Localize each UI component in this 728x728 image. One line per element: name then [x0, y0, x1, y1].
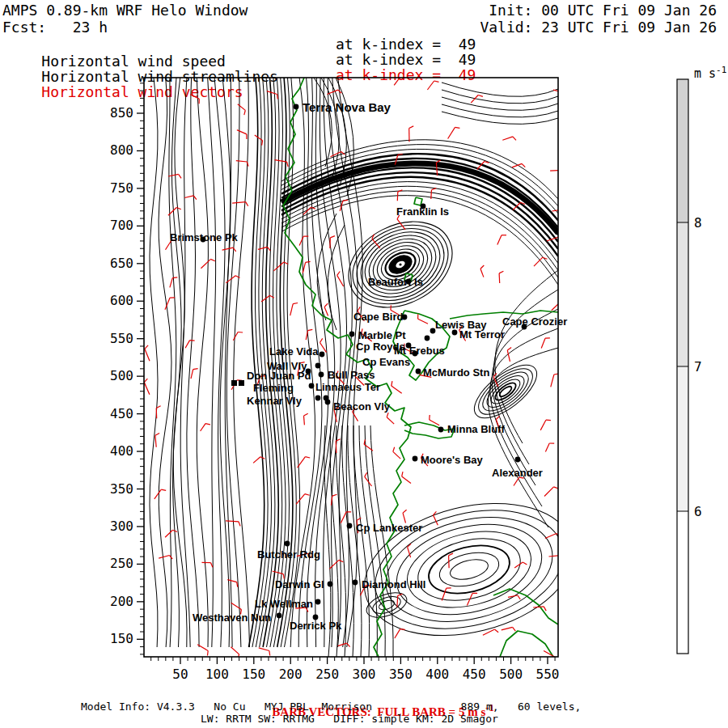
y-tick-label: 800 [110, 142, 133, 158]
y-tick-label: 150 [110, 631, 133, 646]
colorbar-tick-label: 7 [694, 359, 702, 375]
station-dot [347, 523, 353, 529]
y-tick-label: 600 [110, 293, 133, 308]
station-dot [294, 104, 299, 110]
station-dot [315, 599, 321, 605]
x-tick-label: 150 [242, 667, 265, 682]
station-label: Kennar Vly [247, 395, 303, 407]
legend-k-index: at k-index = 49 [336, 36, 476, 53]
station-label: Alexander [492, 467, 543, 479]
station-label: Mt Terror [459, 328, 505, 341]
station-label: Don Juan Pd [247, 370, 311, 382]
page-title: AMPS 0.89-km WRF Helo Window [2, 2, 248, 19]
init-time-label: Init: 00 UTC Fri 09 Jan 26 [489, 2, 717, 19]
station-label: Franklin Is [396, 205, 449, 218]
station-label: Minna Bluff [447, 423, 505, 435]
y-tick-label: 400 [110, 443, 133, 459]
station-label: Terra Nova Bay [303, 100, 392, 114]
colorbar: 876m s-1 [671, 66, 728, 665]
y-tick-label: 700 [110, 218, 133, 233]
x-tick-label: 450 [463, 667, 486, 682]
station-label: Derrick Pk [290, 620, 342, 632]
colorbar-tick-label: 8 [694, 215, 702, 231]
valid-time-label: Valid: 23 UTC Fri 09 Jan 26 [480, 19, 717, 36]
station-square [231, 380, 237, 386]
station-label: Cp Evans [362, 356, 410, 368]
station-dot [438, 427, 444, 433]
station-dot [315, 363, 321, 369]
x-tick-label: 350 [389, 667, 413, 682]
station-dot [325, 400, 331, 405]
station-label: Diamond Hill [362, 578, 425, 590]
x-tick-label: 550 [536, 667, 560, 682]
colorbar-segment [677, 222, 688, 366]
amps-forecast-plot: AMPS 0.89-km WRF Helo Window Fcst: 23 h … [0, 0, 728, 728]
station-dot [413, 351, 418, 357]
y-tick-label: 850 [110, 105, 133, 121]
station-label: Cape Crozier [502, 315, 567, 328]
station-label: Bull Pass [328, 369, 375, 381]
legend-k-index: at k-index = 49 [336, 51, 476, 68]
station-label: Westhaven Nun [193, 612, 271, 624]
station-dot [328, 582, 333, 587]
x-tick-label: 50 [172, 667, 188, 682]
station-label: Lake Vida [269, 345, 319, 358]
forecast-hour-label: Fcst: 23 h [2, 19, 108, 36]
y-tick-label: 750 [110, 180, 133, 196]
station-dot [452, 330, 458, 336]
x-tick-label: 250 [315, 667, 339, 682]
station-dot [515, 457, 521, 463]
station-label: Beaufort Is [368, 276, 423, 288]
station-label: Moore's Bay [421, 454, 484, 466]
station-dot [349, 332, 355, 337]
station-dot [319, 372, 324, 378]
station-label: Cape Bird [353, 311, 403, 323]
station-label: Butcher Rdg [257, 548, 320, 561]
colorbar-segment [677, 79, 688, 222]
station-dot [320, 352, 325, 358]
station-label: Darwin Gl [275, 578, 324, 590]
station-dot [277, 613, 282, 619]
colorbar-segment [677, 511, 688, 654]
model-info-line1: Model Info: V4.3.3 No Cu MYJ PBL Morriso… [81, 700, 581, 713]
station-dot [309, 383, 315, 389]
x-tick-label: 100 [205, 667, 229, 682]
y-tick-label: 300 [110, 518, 133, 534]
y-tick-label: 200 [110, 594, 133, 609]
model-info-line2: LW: RRTM SW: RRTMG DIFF: simple KM: 2D S… [201, 713, 498, 725]
station-square [239, 380, 244, 386]
x-tick-label: 200 [279, 667, 303, 682]
station-label: Mt Erebus [394, 345, 445, 357]
station-label: Beacon Vly [333, 400, 391, 413]
station-label: Brimstone Pk [170, 231, 239, 243]
station-dot [413, 456, 418, 462]
y-tick-label: 500 [110, 368, 133, 383]
y-tick-label: 650 [110, 256, 133, 271]
station-dot [315, 396, 321, 401]
y-tick-label: 550 [110, 331, 133, 346]
x-tick-label: 400 [425, 667, 449, 682]
station-label: Marble Pt [358, 329, 406, 341]
station-label: Fleming [253, 382, 294, 394]
station-dot [285, 541, 290, 547]
station-label: McMurdo Stn [423, 366, 489, 379]
station-label: Cp Lankester [356, 522, 422, 534]
colorbar-tick-label: 6 [694, 504, 702, 519]
station-dot [353, 580, 358, 586]
x-tick-label: 500 [499, 667, 523, 682]
station-label: Lk Wellman [255, 598, 313, 610]
y-tick-label: 250 [110, 556, 133, 571]
colorbar-unit-label: m s-1 [694, 66, 726, 81]
map-plot: Terra Nova BayBrimstone PkFranklin IsBea… [105, 71, 574, 696]
station-dot [416, 369, 421, 375]
station-label: Linnaeus Ter [315, 381, 380, 393]
station-dot [425, 336, 430, 341]
colorbar-segment [677, 366, 688, 511]
y-tick-label: 450 [110, 406, 133, 421]
x-tick-label: 300 [353, 667, 376, 682]
y-tick-label: 350 [110, 481, 133, 497]
